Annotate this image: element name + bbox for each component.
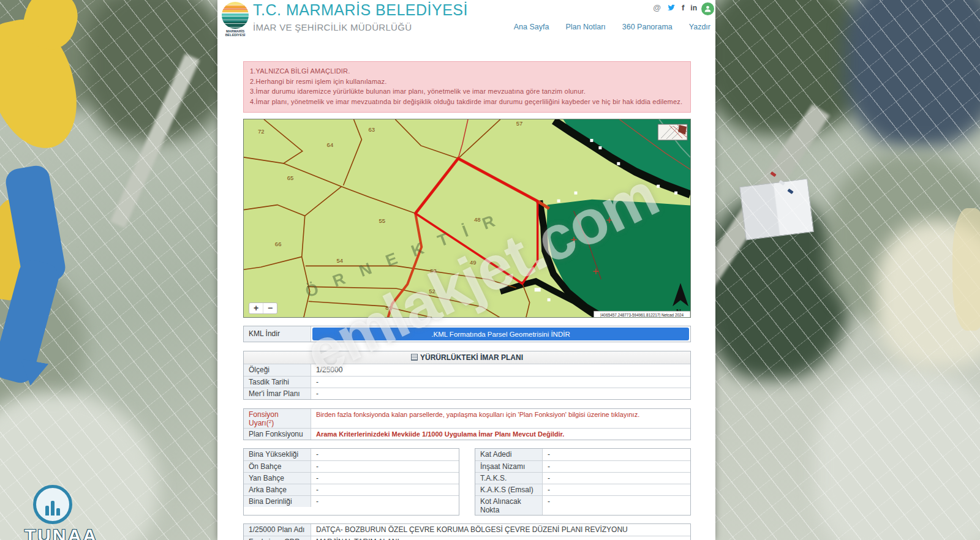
nav-yazdir[interactable]: Yazdır (689, 23, 710, 31)
coords-label: [4065457.248773-594961.812217] Netcad 20… (600, 313, 684, 318)
page-subtitle: İMAR VE ŞEHİRCİLİK MÜDÜRLÜĞÜ (253, 22, 468, 32)
table-row: Plan Fonksiyonu Arama Kriterlerinizdeki … (244, 428, 690, 440)
parcel-label: 65 (287, 174, 294, 181)
row-value: Arama Kriterlerinizdeki Mevkiide 1/1000 … (311, 429, 690, 440)
municipality-logo-icon (222, 2, 249, 29)
municipality-logo: MARMARİS BELEDİYESİ (219, 2, 251, 37)
table-row: Ölçeği 1/25000 (244, 364, 690, 376)
page-title: T.C. MARMARİS BELEDİYESİ (253, 1, 468, 19)
logo-text-line2: BELEDİYESİ (219, 33, 251, 37)
row-value: - (543, 461, 690, 472)
disclaimer-box: 1.YALNIZCA BİLGİ AMAÇLIDIR. 2.Herhangi b… (243, 61, 691, 113)
row-label: Yan Bahçe (244, 473, 311, 484)
table-row: Ön Bahçe- (244, 460, 459, 472)
imar-plani-header: YÜRÜRLÜKTEKİ İMAR PLANI (244, 351, 690, 364)
kml-download-button[interactable]: .KML Formatında Parsel Geometrisini İNDİ… (312, 328, 689, 340)
row-value: - (543, 449, 690, 460)
header: MARMARİS BELEDİYESİ T.C. MARMARİS BELEDİ… (217, 0, 715, 38)
overview-inset-map[interactable] (658, 124, 687, 140)
zoom-out-button[interactable]: − (263, 303, 277, 313)
page-panel: emlakjet.com MARMARİS BELEDİYESİ T.C. MA… (217, 0, 715, 540)
parcel-label: 63 (368, 126, 375, 133)
instagram-icon[interactable]: @ (653, 3, 661, 12)
selected-parcel-label: 48 (474, 216, 481, 223)
row-value: - (311, 388, 690, 399)
row-value: 1/25000 (311, 364, 690, 376)
social-links: @ f in (653, 3, 697, 12)
user-account-button[interactable] (701, 2, 714, 15)
table-row: Kot Alınacak Nokta- (475, 495, 690, 515)
parcel-label: 54 (337, 257, 344, 264)
row-label: T.A.K.S. (475, 473, 543, 484)
corner-watermark-logo: TUNAA (24, 485, 98, 540)
disclaimer-line: 4.İmar planı, yönetmelik ve imar mevzuat… (250, 97, 684, 107)
parcel-label: 55 (379, 217, 385, 224)
facebook-icon[interactable]: f (682, 3, 684, 12)
kml-download-row: KML İndir .KML Formatında Parsel Geometr… (243, 326, 691, 342)
map-zoom-control: + − (249, 302, 277, 314)
table-row: T.A.K.S.- (475, 472, 690, 484)
row-value: DATÇA- BOZBURUN ÖZEL ÇEVRE KORUMA BÖLGES… (311, 524, 690, 536)
table-row: Bina Yüksekliği- (244, 449, 459, 460)
table-row: K.A.K.S (Emsal)- (475, 484, 690, 495)
row-label: Tasdik Tarihi (244, 377, 311, 388)
row-value: MARJİNAL TARIM ALANI (311, 536, 690, 540)
parcel-map[interactable]: ÖRNEKTİR 72 64 63 57 65 55 48 66 54 49 5… (243, 119, 691, 318)
row-label: Kot Alınacak Nokta (475, 496, 543, 515)
table-row: Mer'i İmar Planı - (244, 388, 690, 399)
parcel-label: 53 (430, 268, 437, 274)
corner-watermark-text: TUNAA (24, 525, 98, 540)
row-value: - (311, 377, 690, 388)
parcel-label: 49 (470, 259, 477, 266)
row-value: - (543, 496, 690, 515)
row-value: - (311, 484, 459, 495)
row-value: - (311, 496, 459, 507)
zoom-in-button[interactable]: + (249, 303, 263, 313)
parcel-label: 52 (429, 288, 435, 294)
document-icon (411, 354, 418, 361)
content: 1.YALNIZCA BİLGİ AMAÇLIDIR. 2.Herhangi b… (217, 61, 715, 540)
parcel-map-canvas[interactable]: ÖRNEKTİR 72 64 63 57 65 55 48 66 54 49 5… (244, 119, 690, 318)
main-nav: Ana Sayfa Plan Notları 360 Panorama Yazd… (514, 23, 710, 31)
imar-plani-table: YÜRÜRLÜKTEKİ İMAR PLANI Ölçeği 1/25000 T… (243, 351, 691, 400)
row-value: - (311, 461, 459, 472)
row-label: Fonksiyon CDP (244, 536, 311, 540)
row-value: - (311, 449, 459, 460)
nav-360-panorama[interactable]: 360 Panorama (622, 23, 673, 31)
table-row: Kat Adedi- (475, 449, 690, 460)
plan-info-table: 1/25000 Plan Adı DATÇA- BOZBURUN ÖZEL ÇE… (243, 523, 691, 540)
row-label: 1/25000 Plan Adı (244, 524, 311, 536)
building-rules-tables: Bina Yüksekliği- Ön Bahçe- Yan Bahçe- Ar… (243, 448, 691, 516)
building-rules-left-table: Bina Yüksekliği- Ön Bahçe- Yan Bahçe- Ar… (243, 448, 459, 516)
twitter-icon[interactable] (667, 4, 676, 12)
parcel-label: 66 (275, 241, 282, 247)
row-label: Kat Adedi (475, 449, 543, 460)
row-label: Bina Derinliği (244, 496, 311, 507)
table-row: İnşaat Nizamı- (475, 460, 690, 472)
table-row: 1/25000 Plan Adı DATÇA- BOZBURUN ÖZEL ÇE… (244, 524, 690, 536)
row-value: Birden fazla fonksiyonda kalan parseller… (311, 409, 690, 428)
row-label: Ölçeği (244, 364, 311, 376)
table-row: Fonsiyon Uyarı(2) Birden fazla fonksiyon… (244, 409, 690, 428)
bg-yellow-shape (952, 208, 980, 331)
row-value: - (543, 473, 690, 484)
parcel-label: 72 (258, 128, 265, 135)
kml-label: KML İndir (244, 326, 311, 342)
row-value: - (543, 484, 690, 495)
table-row: Bina Derinliği- (244, 495, 459, 507)
row-value: - (311, 473, 459, 484)
row-label: Ön Bahçe (244, 461, 311, 472)
table-row: Yan Bahçe- (244, 472, 459, 484)
table-row: Tasdik Tarihi - (244, 376, 690, 388)
nav-plan-notlari[interactable]: Plan Notları (565, 23, 605, 31)
row-label: Fonsiyon Uyarı(2) (244, 409, 311, 428)
row-label: Mer'i İmar Planı (244, 388, 311, 399)
linkedin-icon[interactable]: in (690, 4, 697, 12)
row-label: Plan Fonksiyonu (244, 429, 311, 440)
nav-ana-sayfa[interactable]: Ana Sayfa (514, 23, 549, 31)
parcel-label: 64 (327, 141, 334, 148)
disclaimer-line: 3.İmar durumu idaremizce yürürlükte bulu… (250, 86, 684, 97)
person-icon (704, 5, 712, 13)
fonksiyon-table: Fonsiyon Uyarı(2) Birden fazla fonksiyon… (243, 408, 691, 440)
row-label: İnşaat Nizamı (475, 461, 543, 472)
